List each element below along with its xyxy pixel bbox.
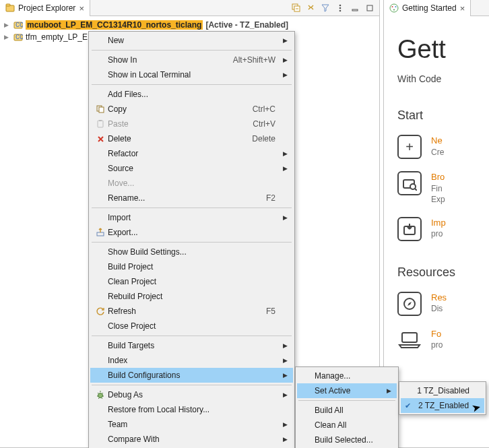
menu-item-label: Build Selected... [315, 435, 382, 445]
page-subtitle: With Code [397, 73, 489, 84]
menu-item-build-selected[interactable]: Build Selected... [297, 433, 397, 447]
menu-item-1-tz-disabled[interactable]: 1 TZ_Disabled [401, 383, 484, 398]
menu-item-import[interactable]: Import▶ [90, 210, 293, 225]
menu-item-refactor[interactable]: Refactor▶ [90, 146, 293, 161]
submenu-arrow-icon: ▶ [283, 391, 288, 398]
menu-item-refresh[interactable]: RefreshF5 [90, 304, 293, 319]
menu-item-accelerator: F2 [266, 193, 278, 203]
menu-item-clean-all[interactable]: Clean All [297, 418, 397, 433]
menu-item-rename[interactable]: Rename...F2 [90, 191, 293, 205]
project-row-active[interactable]: ▶ ccs mcuboot_LP_EM_CC1314R10_nortos_tic… [4, 19, 375, 31]
menu-item-rebuild-project[interactable]: Rebuild Project [90, 289, 293, 304]
menu-item-index[interactable]: Index▶ [90, 353, 293, 368]
close-icon[interactable]: × [79, 3, 84, 13]
menu-item-label: Debug As [108, 390, 278, 399]
menu-item-show-in[interactable]: Show InAlt+Shift+W▶ [90, 53, 293, 67]
svg-rect-23 [99, 107, 104, 113]
submenu-arrow-icon: ▶ [283, 150, 288, 157]
project-explorer-icon [5, 3, 15, 13]
link-editor-icon[interactable] [305, 3, 316, 13]
minimize-icon[interactable] [350, 3, 360, 13]
menu-item-label: 1 TZ_Disabled [417, 386, 469, 395]
svg-point-4 [339, 4, 341, 6]
menu-separator [92, 385, 292, 385]
menu-item-delete[interactable]: DeleteDelete [90, 131, 293, 146]
menu-item-label: Paste [108, 119, 253, 129]
menu-separator [92, 242, 292, 243]
browse-icon [397, 171, 422, 195]
copy-icon [93, 104, 108, 114]
project-label: mcuboot_LP_EM_CC1314R10_nortos_ticlang [26, 20, 203, 30]
menu-item-build-project[interactable]: Build Project [90, 259, 293, 274]
chevron-right-icon[interactable]: ▶ [4, 22, 11, 28]
resource-item-forum[interactable]: Fo pro [397, 328, 489, 352]
project-explorer-tab[interactable]: Project Explorer × [0, 0, 90, 16]
menu-item-2-tz-enabled[interactable]: 2 TZ_Enabled [401, 398, 484, 413]
menu-item-label: Refresh [108, 307, 266, 316]
start-item-new[interactable]: + Ne Cre [397, 135, 489, 159]
menu-item-export[interactable]: Export... [90, 225, 293, 240]
menu-item-add-files[interactable]: Add Files... [90, 87, 293, 102]
start-item-browse[interactable]: Bro Fin Exp [397, 171, 489, 205]
menu-item-set-active[interactable]: Set Active▶ [297, 383, 397, 398]
menu-item-label: Build Targets [108, 341, 278, 350]
item-title: Imp [431, 217, 446, 229]
menu-item-show-build-settings[interactable]: Show Build Settings... [90, 245, 293, 259]
menu-item-compare-with[interactable]: Compare With▶ [90, 432, 293, 447]
menu-item-label: New [108, 36, 278, 45]
menu-item-manage[interactable]: Manage... [297, 369, 397, 383]
menu-item-restore-from-local-history[interactable]: Restore from Local History... [90, 402, 293, 417]
item-desc: pro [431, 228, 446, 239]
svg-point-16 [393, 9, 395, 10]
close-icon[interactable]: × [460, 3, 465, 13]
menu-item-build-configurations[interactable]: Build Configurations▶ [90, 368, 293, 383]
item-title: Ne [431, 135, 444, 147]
getting-started-tab[interactable]: Getting Started × [384, 0, 471, 16]
item-desc: Fin Exp [431, 183, 445, 205]
menu-separator [92, 84, 292, 85]
menu-item-new[interactable]: New▶ [90, 33, 293, 48]
menu-item-team[interactable]: Team▶ [90, 417, 293, 432]
context-menu: New▶Show InAlt+Shift+W▶Show in Local Ter… [88, 31, 295, 448]
delete-icon [93, 135, 108, 143]
svg-text:ccs: ccs [15, 32, 23, 41]
svg-point-14 [391, 6, 393, 7]
menu-item-source[interactable]: Source▶ [90, 161, 293, 176]
menu-item-show-in-local-terminal[interactable]: Show in Local Terminal▶ [90, 67, 293, 82]
item-title: Res [431, 292, 447, 304]
filter-icon[interactable] [320, 3, 331, 13]
resource-item-explorer[interactable]: Res Dis [397, 292, 489, 316]
menu-item-build-all[interactable]: Build All [297, 403, 397, 418]
submenu-set-active: 1 TZ_Disabled2 TZ_Enabled [399, 381, 486, 415]
menu-item-label: Manage... [315, 371, 382, 381]
maximize-icon[interactable] [364, 3, 375, 13]
chevron-right-icon[interactable]: ▶ [4, 34, 11, 40]
submenu-arrow-icon: ▶ [283, 342, 288, 349]
submenu-arrow-icon: ▶ [283, 37, 288, 44]
collapse-all-icon[interactable] [290, 3, 301, 13]
getting-started-icon [389, 3, 399, 13]
menu-item-clean-project[interactable]: Clean Project [90, 274, 293, 289]
menu-item-close-project[interactable]: Close Project [90, 319, 293, 333]
menu-item-build-targets[interactable]: Build Targets▶ [90, 338, 293, 353]
export-icon [93, 228, 108, 237]
menu-item-label: Close Project [108, 321, 278, 331]
menu-item-label: Build All [315, 406, 382, 415]
item-title: Bro [431, 171, 445, 183]
svg-rect-21 [402, 333, 417, 342]
gs-body: Gett With Code Start + Ne Cre Bro Fin Ex… [384, 16, 489, 352]
view-menu-icon[interactable] [335, 3, 346, 13]
menu-item-label: Clean All [315, 420, 382, 430]
start-item-import[interactable]: Imp pro [397, 217, 489, 241]
submenu-arrow-icon: ▶ [283, 71, 288, 78]
submenu-arrow-icon: ▶ [283, 436, 288, 443]
menu-item-copy[interactable]: CopyCtrl+C [90, 102, 293, 117]
debug-icon [93, 390, 108, 399]
menu-item-label: Clean Project [108, 277, 278, 286]
menu-item-debug-as[interactable]: Debug As▶ [90, 387, 293, 402]
project-label: tfm_empty_LP_E [26, 32, 88, 42]
ccs-project-icon: ccs [13, 32, 23, 42]
menu-item-label: Team [108, 420, 278, 429]
svg-rect-8 [367, 5, 372, 11]
gs-tabbar: Getting Started × [384, 0, 489, 16]
